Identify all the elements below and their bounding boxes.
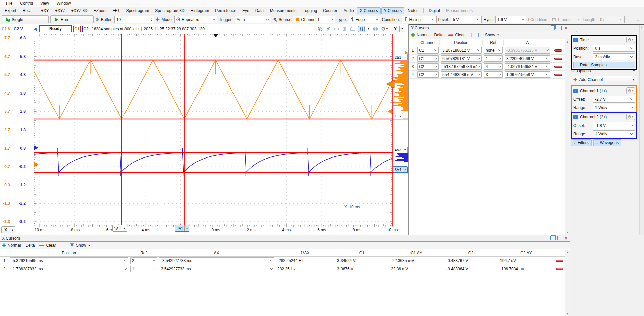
y-ref-select[interactable]: 3 [484, 71, 503, 78]
x-ref-select[interactable]: 2 [130, 257, 157, 264]
y-channel-select[interactable]: C1 [417, 55, 439, 62]
tab-notes[interactable]: Notes [405, 7, 421, 14]
buffer-gear-icon[interactable]: ⚙ [95, 17, 99, 22]
y-cursors-titlebar[interactable]: Y Cursors × [409, 25, 570, 31]
lcondition-select[interactable]: Timeout [550, 16, 581, 23]
tab-eye[interactable]: Eye [240, 7, 252, 14]
y-channel-select[interactable]: C2 [417, 63, 439, 70]
x-axis-mode-button[interactable]: X▼ [1, 226, 15, 233]
x-cursors-titlebar[interactable]: X Cursors × [0, 235, 570, 242]
time-base-select[interactable]: 2 ms/div [593, 53, 635, 60]
show-menu-button[interactable]: Show▼ [70, 243, 91, 248]
tab-measurements[interactable]: Measurements [267, 7, 299, 14]
view-dropdown-icon[interactable]: ▼ [367, 27, 370, 30]
close-icon[interactable]: × [564, 26, 568, 30]
type-select[interactable]: Edge [349, 16, 380, 23]
condition-select[interactable]: Rising [402, 16, 437, 23]
y-position-field[interactable]: 3.287188612 V [441, 47, 482, 54]
x-delta-field[interactable]: -3.542927733 ms [159, 257, 274, 264]
restore-icon[interactable] [550, 26, 555, 30]
add-delta-cursor-button[interactable]: Delta [25, 243, 35, 248]
run-button[interactable]: Run [50, 15, 94, 23]
scroll-down-icon[interactable]: ▼ [566, 311, 569, 316]
tab-persistence[interactable]: Persistence [212, 7, 239, 14]
back-chevron-icon[interactable]: ◀ [33, 26, 38, 31]
c1-badge[interactable]: C1 [73, 26, 81, 32]
tab-zoom[interactable]: +Zoom [91, 7, 109, 14]
length-select[interactable]: 0 s [598, 16, 625, 23]
x-cursor-marker-1-2[interactable]: 1Δ2▼ [112, 225, 127, 232]
zoom-tool-icon[interactable]: 1 [317, 26, 323, 32]
c2-badge[interactable]: C2 [82, 26, 90, 32]
x-cursor-marker-2-1[interactable]: 2Δ1▼ [175, 225, 190, 232]
clear-cursors-button[interactable]: Clear [39, 243, 56, 248]
add-delta-cursor-button[interactable]: Delta [434, 33, 443, 37]
tab-digital[interactable]: Digital [426, 7, 442, 14]
quad-view-button[interactable]: 1 23 4 [358, 26, 365, 32]
level-select[interactable]: 5 V [451, 16, 482, 23]
filters-button[interactable]: ↓Filters [571, 139, 592, 146]
horizontal-measure-icon[interactable] [333, 27, 339, 31]
y-cursors-scrollbar[interactable]: ▲ ▼ [565, 39, 570, 235]
y-cursor-marker-4-3[interactable]: 4Δ3▼ [393, 147, 408, 153]
spinner-arrows-icon[interactable]: ▲▼ [149, 17, 154, 22]
channel1-range-select[interactable]: 1 V/div [593, 104, 635, 111]
channel2-range-select[interactable]: 1 V/div [593, 130, 635, 137]
tab-xyz[interactable]: +XYZ [52, 7, 68, 14]
add-normal-cursor-button[interactable]: ✚Normal [411, 32, 429, 38]
tab-x-cursors[interactable]: X Cursors [357, 7, 380, 14]
y-ref-select[interactable]: 4 [484, 63, 503, 70]
wavegens-button[interactable]: ↓Wavegens [593, 139, 621, 146]
tab-xy[interactable]: +XY [38, 7, 51, 14]
remove-cursor-button[interactable] [556, 260, 563, 262]
single-button[interactable]: 1 Single [2, 15, 49, 23]
channel2-gear-button[interactable]: ⚙▼ [626, 114, 635, 120]
remove-cursor-button[interactable] [556, 268, 563, 270]
options-button[interactable]: ⚙ Options ▼ [571, 68, 637, 73]
tab-rec[interactable]: Rec. [20, 7, 34, 14]
toolbar-overflow-button[interactable]: ... [637, 17, 642, 22]
add-normal-cursor-button[interactable]: ✚Normal [2, 243, 21, 248]
time-position-select[interactable]: 0 s [593, 45, 635, 52]
remove-cursor-button[interactable] [554, 49, 562, 52]
trigger-select[interactable]: Auto [235, 16, 271, 23]
menu-window[interactable]: Window [53, 1, 74, 6]
y-axis-mode-button[interactable]: Y▼ [391, 26, 405, 32]
y-cursor-marker-3-4[interactable]: 3Δ4▼ [393, 166, 408, 173]
buffer-spinner[interactable]: 10 ▲▼ [114, 16, 154, 23]
remove-cursor-button[interactable] [554, 74, 562, 76]
sidebar-scrollbar[interactable]: ▲ [639, 25, 644, 235]
y-delta-field[interactable]: -3.3985765125 V [505, 47, 550, 54]
clear-cursors-button[interactable]: Clear [448, 33, 465, 37]
show-menu-button[interactable]: Show▼ [478, 33, 499, 37]
scroll-up-icon[interactable]: ▲ [641, 25, 643, 30]
tab-measurements[interactable]: Measurements [443, 7, 475, 14]
tab-counter[interactable]: Counter [320, 7, 340, 14]
y-cursor-marker-2-1[interactable]: 2Δ1▼ [393, 54, 408, 60]
y-position-field[interactable]: 554.4483986 mV [441, 71, 482, 78]
menu-view[interactable]: View [37, 1, 52, 6]
tab-data[interactable]: Data [253, 7, 266, 14]
x-position-field[interactable]: -1.786287832 ms [10, 266, 128, 272]
channel2-offset-select[interactable]: -1.8 V [593, 122, 635, 129]
remove-cursor-button[interactable] [554, 58, 562, 60]
tab-logging[interactable]: Logging [300, 7, 320, 14]
x-delta-field[interactable]: 3.542927733 ms [159, 266, 274, 272]
restore-icon[interactable] [550, 236, 555, 240]
tab-fft[interactable]: FFT [110, 7, 122, 14]
x-ref-select[interactable]: 1 [130, 266, 157, 272]
tab-y-cursors[interactable]: Y Cursors [381, 7, 404, 14]
menu-control[interactable]: Control [16, 1, 36, 6]
x-cursors-scrollbar[interactable]: ▲ ▼ [565, 250, 570, 316]
collapse-arrow-icon[interactable]: → [573, 27, 578, 33]
y-delta-field[interactable]: 3.220640569 V [505, 55, 550, 62]
trigger-hammer-icon[interactable] [273, 17, 277, 22]
y-position-field[interactable]: 6.507829181 V [441, 55, 482, 62]
channel1-offset-select[interactable]: -2.7 V [593, 96, 635, 103]
tab-histogram[interactable]: Histogram [188, 7, 212, 14]
time-checkbox[interactable]: ✓ [573, 38, 578, 42]
mode-select[interactable]: Repeated [174, 16, 217, 23]
remove-cursor-button[interactable] [554, 66, 562, 68]
tab-audio[interactable]: Audio [341, 7, 357, 14]
y-cursor-marker-1[interactable]: 1▼ [393, 113, 403, 119]
